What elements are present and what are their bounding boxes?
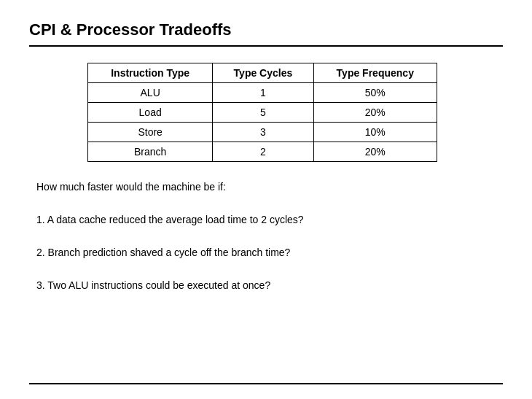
table-row: Branch220% <box>88 142 437 162</box>
col-header-instruction-type: Instruction Type <box>88 63 213 83</box>
table-cell-0-0: ALU <box>88 83 213 103</box>
question-1: 1. A data cache reduced the average load… <box>36 212 503 228</box>
table-cell-3-2: 20% <box>313 142 437 162</box>
table-cell-0-2: 50% <box>313 83 437 103</box>
questions-intro: How much faster would the machine be if: <box>36 179 503 195</box>
table-wrapper: Instruction Type Type Cycles Type Freque… <box>87 63 503 162</box>
table-row: ALU150% <box>88 83 437 103</box>
table-cell-0-1: 1 <box>213 83 313 103</box>
table-cell-2-1: 3 <box>213 123 313 142</box>
bottom-divider <box>29 383 503 384</box>
table-cell-3-0: Branch <box>88 142 213 162</box>
table-cell-2-0: Store <box>88 123 213 142</box>
questions-area: How much faster would the machine be if:… <box>29 179 503 293</box>
table-cell-2-2: 10% <box>313 123 437 142</box>
slide-container: CPI & Processor Tradeoffs Instruction Ty… <box>0 0 532 399</box>
table-header-row: Instruction Type Type Cycles Type Freque… <box>88 63 437 83</box>
table-row: Load520% <box>88 103 437 123</box>
slide-title: CPI & Processor Tradeoffs <box>29 20 503 39</box>
col-header-type-frequency: Type Frequency <box>313 63 437 83</box>
question-3: 3. Two ALU instructions could be execute… <box>36 278 503 293</box>
col-header-type-cycles: Type Cycles <box>213 63 313 83</box>
title-area: CPI & Processor Tradeoffs <box>29 20 503 47</box>
table-row: Store310% <box>88 123 437 142</box>
question-2: 2. Branch prediction shaved a cycle off … <box>36 245 503 260</box>
table-cell-3-1: 2 <box>213 142 313 162</box>
table-cell-1-1: 5 <box>213 103 313 123</box>
table-cell-1-0: Load <box>88 103 213 123</box>
data-table: Instruction Type Type Cycles Type Freque… <box>87 63 437 162</box>
table-cell-1-2: 20% <box>313 103 437 123</box>
